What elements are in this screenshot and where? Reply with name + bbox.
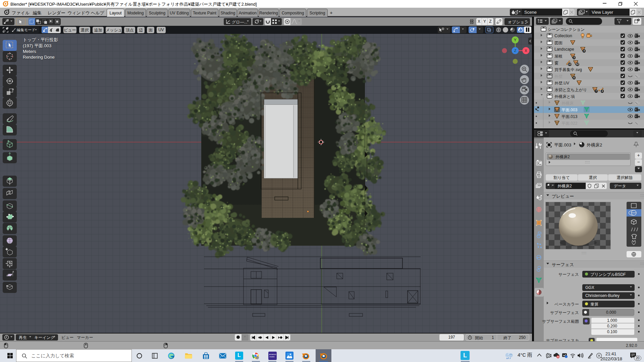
svg-text:Z: Z bbox=[514, 49, 517, 53]
svg-text:Y: Y bbox=[514, 38, 517, 42]
svg-text:X: X bbox=[525, 49, 527, 53]
